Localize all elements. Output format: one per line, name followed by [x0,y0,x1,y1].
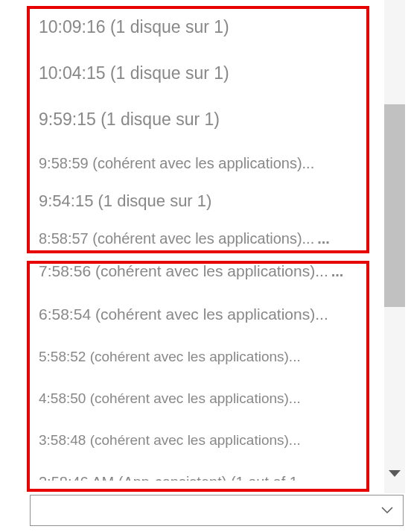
restore-point-item[interactable]: 4:58:50 (cohérent avec les applications)… [39,390,374,408]
restore-point-label: 5:58:52 (cohérent avec les applications)… [39,349,301,364]
restore-point-item[interactable]: 6:58:54 (cohérent avec les applications)… [39,305,374,324]
restore-point-label: 9:58:59 (cohérent avec les applications)… [39,155,314,171]
restore-point-label: 4:58:50 (cohérent avec les applications)… [39,390,301,406]
scroll-down-button[interactable] [387,468,402,481]
restore-point-item-partial[interactable]: 2:58:46 AM (App-consistent) (1 out of 1 [39,473,374,481]
list-area: 10:09:16 (1 disque sur 1) 10:04:15 (1 di… [0,0,374,491]
restore-point-label: 9:59:15 (1 disque sur 1) [39,110,220,129]
restore-point-label: 10:09:16 (1 disque sur 1) [39,17,229,37]
restore-point-label: 10:04:15 (1 disque sur 1) [39,63,229,83]
restore-point-label: 2:58:46 AM (App-consistent) (1 out of 1 [39,474,298,481]
restore-point-item[interactable]: 9:54:15 (1 disque sur 1) [39,191,374,212]
restore-point-label: 8:58:57 (cohérent avec les applications)… [39,230,314,247]
restore-point-item[interactable]: 3:58:48 (cohérent avec les applications)… [39,431,374,449]
restore-point-item[interactable]: 10:09:16 (1 disque sur 1) [39,16,374,38]
restore-point-item[interactable]: 9:59:15 (1 disque sur 1) [39,109,374,130]
restore-points-panel: 10:09:16 (1 disque sur 1) 10:04:15 (1 di… [0,0,411,532]
restore-point-item[interactable]: 10:04:15 (1 disque sur 1) [39,63,374,84]
restore-point-item[interactable]: 5:58:52 (cohérent avec les applications)… [39,348,374,366]
svg-marker-0 [389,470,401,477]
vertical-scrollbar-thumb[interactable] [384,104,405,307]
restore-point-label: 3:58:48 (cohérent avec les applications)… [39,432,301,448]
restore-point-label: 9:54:15 (1 disque sur 1) [39,191,211,210]
vertical-scrollbar-track[interactable] [384,0,405,493]
restore-point-item[interactable]: 7:58:56 (cohérent avec les applications)… [39,262,374,281]
restore-point-label: 7:58:56 (cohérent avec les applications)… [39,262,328,279]
restore-point-item[interactable]: 9:58:59 (cohérent avec les applications)… [39,154,374,173]
loading-indicator: ... [331,263,344,279]
loading-indicator: ... [317,230,330,247]
restore-point-label: 6:58:54 (cohérent avec les applications)… [39,305,328,323]
dropdown-select[interactable] [30,495,404,526]
restore-point-item[interactable]: 8:58:57 (cohérent avec les applications)… [39,229,374,248]
chevron-down-icon [380,504,394,517]
restore-points-list: 10:09:16 (1 disque sur 1) 10:04:15 (1 di… [0,0,374,481]
